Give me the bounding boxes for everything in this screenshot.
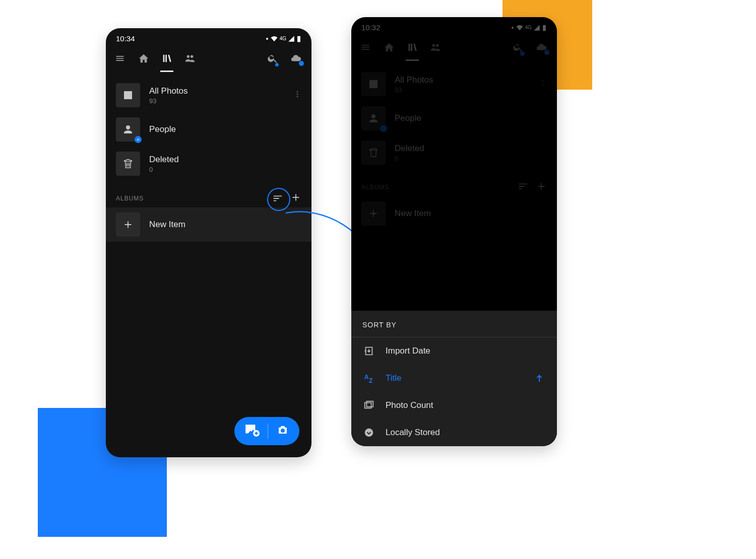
- svg-point-10: [542, 85, 544, 86]
- albums-section-header: ALBUMS: [351, 175, 557, 196]
- row-more-button[interactable]: [293, 90, 301, 100]
- sort-option-label: Import Date: [386, 346, 430, 356]
- chevron-down-circle-icon: [363, 427, 374, 438]
- new-album-row[interactable]: New Item: [106, 207, 311, 242]
- search-button[interactable]: [513, 42, 524, 55]
- star-badge: [135, 136, 142, 143]
- library-list: All Photos 93 People Deleted 0: [351, 62, 557, 175]
- row-count: 93: [395, 86, 530, 94]
- row-more-button[interactable]: [539, 79, 547, 89]
- svg-rect-14: [366, 401, 373, 407]
- sort-option-photo-count[interactable]: Photo Count: [351, 392, 557, 419]
- camera-icon: [276, 424, 289, 436]
- person-tile: [361, 106, 386, 130]
- row-count: 0: [395, 155, 547, 162]
- row-title: People: [149, 124, 301, 134]
- library-row-deleted[interactable]: Deleted 0: [106, 147, 311, 181]
- svg-point-8: [542, 80, 544, 82]
- library-row-people[interactable]: People: [351, 101, 557, 135]
- fab-add[interactable]: [234, 417, 299, 445]
- import-icon: [363, 345, 374, 357]
- person-icon: [122, 123, 134, 135]
- sort-option-label: Locally Stored: [386, 428, 440, 438]
- person-icon: [367, 112, 380, 124]
- row-count: 93: [149, 97, 284, 105]
- image-icon: [361, 72, 386, 96]
- sort-albums-button[interactable]: [272, 193, 283, 204]
- tab-home[interactable]: [384, 39, 395, 58]
- svg-text:A: A: [364, 374, 369, 381]
- more-vert-icon: [293, 90, 301, 98]
- phone-mockup-sort-panel: 10:32 4G All Photos 93: [351, 17, 557, 446]
- svg-point-0: [266, 38, 268, 40]
- network-label: 4G: [280, 36, 286, 41]
- cloud-button[interactable]: [289, 53, 302, 66]
- tab-library[interactable]: [161, 50, 172, 69]
- network-label: 4G: [525, 25, 532, 30]
- phone-mockup-library: 10:34 4G: [106, 28, 311, 457]
- library-row-all-photos[interactable]: All Photos 93: [106, 78, 311, 112]
- people-icon: [430, 42, 441, 53]
- star-badge: [380, 125, 387, 132]
- sort-icon: [518, 181, 529, 192]
- sort-option-import-date[interactable]: Import Date: [351, 337, 557, 365]
- section-title: ALBUMS: [361, 184, 389, 191]
- svg-rect-1: [297, 36, 300, 42]
- library-list: All Photos 93 People Deleted: [106, 73, 311, 186]
- battery-icon: [296, 35, 301, 42]
- plus-tile: [116, 213, 140, 237]
- svg-rect-13: [365, 403, 371, 408]
- home-icon: [384, 42, 395, 53]
- albums-section-header: ALBUMS: [106, 186, 311, 207]
- add-photo-button[interactable]: [244, 424, 260, 439]
- image-plus-icon: [244, 424, 260, 437]
- signal-icon: [287, 35, 295, 42]
- library-row-deleted[interactable]: Deleted 0: [351, 135, 557, 170]
- signal-icon: [533, 24, 541, 31]
- cloud-badge: [299, 61, 304, 66]
- hamburger-menu-button[interactable]: [115, 53, 125, 65]
- home-icon: [138, 53, 149, 64]
- wifi-icon: [515, 24, 524, 31]
- library-icon: [407, 42, 418, 53]
- sort-option-locally-stored[interactable]: Locally Stored: [351, 419, 557, 446]
- row-count: 0: [149, 166, 301, 173]
- row-title: All Photos: [395, 75, 530, 85]
- tab-library[interactable]: [407, 39, 418, 58]
- status-bar: 10:34 4G: [106, 28, 311, 46]
- new-item-label: New Item: [149, 220, 185, 230]
- new-item-label: New Item: [395, 208, 431, 219]
- hamburger-menu-button[interactable]: [360, 42, 370, 54]
- search-badge: [520, 51, 525, 56]
- tab-home[interactable]: [138, 50, 149, 69]
- sort-by-panel: SORT BY Import Date AZ Title Photo Count…: [351, 311, 557, 446]
- status-time: 10:34: [116, 34, 135, 43]
- sort-albums-button[interactable]: [518, 181, 529, 193]
- hamburger-icon: [360, 42, 370, 52]
- fab-divider: [268, 424, 268, 439]
- plus-icon: [290, 192, 301, 203]
- people-icon: [184, 53, 196, 64]
- sort-option-title[interactable]: AZ Title: [351, 365, 557, 392]
- camera-button[interactable]: [276, 424, 289, 438]
- trash-icon: [368, 147, 379, 158]
- sort-option-label: Title: [386, 373, 402, 383]
- svg-rect-7: [543, 25, 546, 31]
- trash-tile: [361, 141, 386, 165]
- search-badge: [275, 62, 279, 67]
- add-album-button[interactable]: [290, 192, 301, 204]
- sort-by-title: SORT BY: [351, 311, 557, 337]
- new-album-row[interactable]: New Item: [351, 196, 557, 231]
- row-title: People: [395, 113, 547, 123]
- library-icon: [161, 53, 172, 64]
- cloud-button[interactable]: [535, 42, 548, 55]
- library-row-all-photos[interactable]: All Photos 93: [351, 67, 557, 101]
- tab-shared[interactable]: [184, 50, 196, 69]
- library-row-people[interactable]: People: [106, 112, 311, 147]
- add-album-button[interactable]: [536, 181, 547, 193]
- row-title: Deleted: [149, 155, 301, 165]
- tab-shared[interactable]: [430, 39, 441, 58]
- search-button[interactable]: [267, 53, 278, 66]
- plus-tile: [361, 201, 386, 226]
- more-vert-icon: [539, 79, 547, 87]
